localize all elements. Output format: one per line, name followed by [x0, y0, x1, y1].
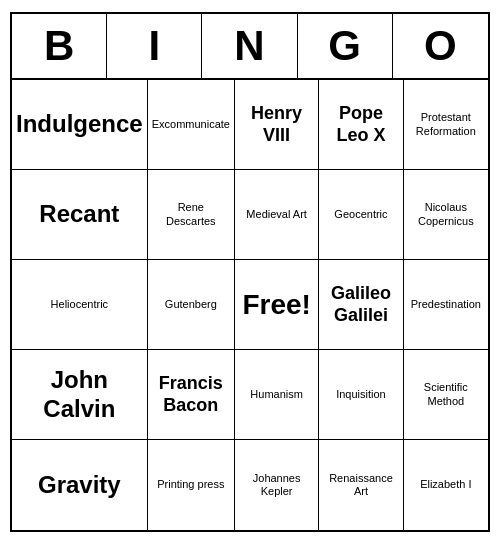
cell-text-8: Geocentric — [334, 208, 387, 221]
bingo-cell-7: Medieval Art — [235, 170, 319, 260]
bingo-cell-15: John Calvin — [12, 350, 148, 440]
bingo-cell-14: Predestination — [404, 260, 488, 350]
bingo-cell-6: Rene Descartes — [148, 170, 235, 260]
bingo-cell-3: Pope Leo X — [319, 80, 403, 170]
cell-text-4: Protestant Reformation — [408, 111, 484, 137]
bingo-grid: IndulgenceExcommunicateHenry VIIIPope Le… — [12, 80, 488, 530]
bingo-cell-1: Excommunicate — [148, 80, 235, 170]
cell-text-24: Elizabeth I — [420, 478, 471, 491]
cell-text-12: Free! — [242, 288, 310, 322]
bingo-cell-8: Geocentric — [319, 170, 403, 260]
cell-text-9: Nicolaus Copernicus — [408, 201, 484, 227]
bingo-cell-5: Recant — [12, 170, 148, 260]
bingo-cell-9: Nicolaus Copernicus — [404, 170, 488, 260]
cell-text-19: Scientific Method — [408, 381, 484, 407]
cell-text-1: Excommunicate — [152, 118, 230, 131]
cell-text-23: Renaissance Art — [323, 472, 398, 498]
bingo-cell-22: Johannes Kepler — [235, 440, 319, 530]
bingo-cell-21: Printing press — [148, 440, 235, 530]
cell-text-7: Medieval Art — [246, 208, 307, 221]
header-letter-i: I — [107, 14, 202, 78]
cell-text-3: Pope Leo X — [323, 103, 398, 146]
header-letter-b: B — [12, 14, 107, 78]
cell-text-11: Gutenberg — [165, 298, 217, 311]
bingo-cell-18: Inquisition — [319, 350, 403, 440]
bingo-cell-20: Gravity — [12, 440, 148, 530]
bingo-cell-11: Gutenberg — [148, 260, 235, 350]
bingo-cell-23: Renaissance Art — [319, 440, 403, 530]
bingo-cell-17: Humanism — [235, 350, 319, 440]
bingo-cell-2: Henry VIII — [235, 80, 319, 170]
cell-text-13: Galileo Galilei — [323, 283, 398, 326]
cell-text-5: Recant — [39, 200, 119, 229]
header-letter-n: N — [202, 14, 297, 78]
bingo-cell-24: Elizabeth I — [404, 440, 488, 530]
bingo-cell-16: Francis Bacon — [148, 350, 235, 440]
bingo-cell-4: Protestant Reformation — [404, 80, 488, 170]
bingo-card: BINGO IndulgenceExcommunicateHenry VIIIP… — [10, 12, 490, 532]
bingo-cell-13: Galileo Galilei — [319, 260, 403, 350]
bingo-header: BINGO — [12, 14, 488, 80]
cell-text-22: Johannes Kepler — [239, 472, 314, 498]
bingo-cell-12: Free! — [235, 260, 319, 350]
cell-text-0: Indulgence — [16, 110, 143, 139]
cell-text-17: Humanism — [250, 388, 303, 401]
cell-text-21: Printing press — [157, 478, 224, 491]
bingo-cell-10: Heliocentric — [12, 260, 148, 350]
cell-text-15: John Calvin — [16, 366, 143, 424]
cell-text-20: Gravity — [38, 471, 121, 500]
cell-text-10: Heliocentric — [51, 298, 108, 311]
bingo-cell-0: Indulgence — [12, 80, 148, 170]
bingo-cell-19: Scientific Method — [404, 350, 488, 440]
cell-text-16: Francis Bacon — [152, 373, 230, 416]
cell-text-6: Rene Descartes — [152, 201, 230, 227]
cell-text-18: Inquisition — [336, 388, 386, 401]
header-letter-o: O — [393, 14, 488, 78]
cell-text-2: Henry VIII — [239, 103, 314, 146]
header-letter-g: G — [298, 14, 393, 78]
cell-text-14: Predestination — [411, 298, 481, 311]
